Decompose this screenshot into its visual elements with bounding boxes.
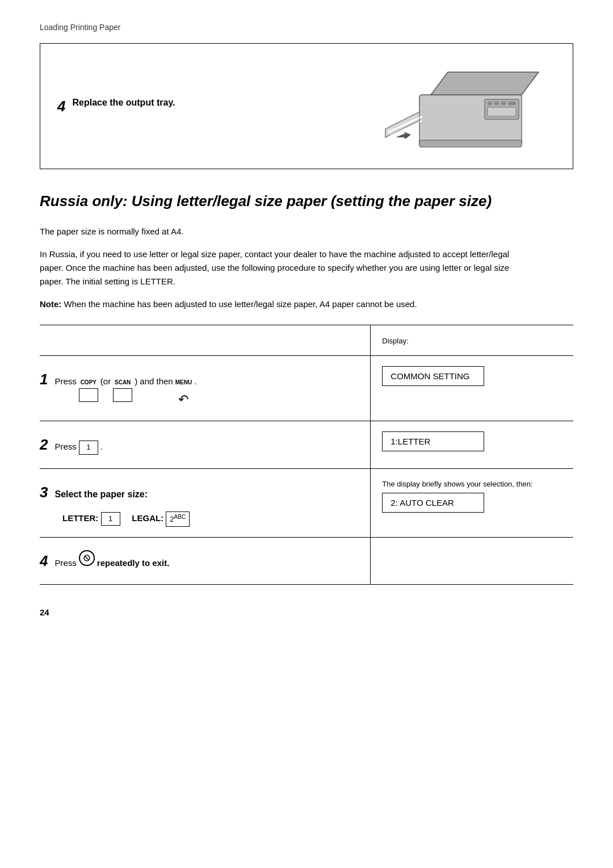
proc-header-right: Display:	[371, 325, 573, 355]
proc-step3-right: The display briefly shows your selection…	[371, 469, 573, 537]
para2: In Russia, if you need to use letter or …	[40, 248, 522, 288]
main-heading: Russia only: Using letter/legal size pap…	[40, 192, 573, 211]
stop-icon	[79, 550, 95, 566]
letter-key: 1	[101, 512, 120, 526]
display-label: Display:	[382, 337, 408, 345]
note-content: When the machine has been adjusted to us…	[61, 299, 417, 309]
step2-key: 1	[79, 441, 98, 454]
legal-key: 2ABC	[166, 511, 190, 527]
step2-number: 2	[40, 431, 48, 458]
step4-left: 4 Replace the output tray.	[57, 98, 175, 115]
proc-step3-row: 3 Select the paper size: LETTER: 1 LEGAL…	[40, 469, 573, 537]
copy-key	[79, 388, 98, 402]
svg-rect-4	[501, 102, 506, 105]
step3-sub: LETTER: 1 LEGAL: 2ABC	[40, 511, 359, 527]
proc-step4-left: 4 Press repeatedly to exit.	[40, 537, 371, 585]
page-number: 24	[40, 607, 573, 617]
step4b-extra: repeatedly to exit.	[97, 555, 170, 571]
step4-top-box: 4 Replace the output tray.	[40, 43, 573, 169]
step4-number: 4	[57, 98, 65, 115]
step1-or: (or	[100, 374, 111, 389]
scan-key	[113, 388, 132, 402]
header-title: Loading Printing Paper	[40, 23, 573, 32]
legal-key-sup: ABC	[174, 514, 186, 520]
letter-label: LETTER:	[62, 513, 98, 523]
proc-step2-row: 2 Press 1 . 1:LETTER	[40, 421, 573, 469]
step2-period: .	[100, 439, 103, 454]
proc-step2-right: 1:LETTER	[371, 421, 573, 469]
step4-text: Replace the output tray.	[72, 98, 175, 108]
scan-key-wrapper: SCAN	[113, 378, 132, 402]
step2-press: Press	[54, 439, 76, 454]
proc-step1-row: 1 Press COPY (or SCAN ) and then MENU ↶ …	[40, 355, 573, 421]
step3-bold-label: Select the paper size:	[54, 487, 148, 503]
menu-label: MENU	[175, 378, 192, 388]
svg-rect-3	[494, 102, 499, 105]
step2-display: 1:LETTER	[382, 431, 484, 451]
printer-illustration	[374, 55, 556, 157]
svg-line-11	[85, 556, 89, 560]
svg-rect-2	[488, 102, 492, 105]
menu-key-wrapper: MENU ↶	[175, 378, 192, 411]
svg-rect-7	[419, 140, 522, 147]
step4b-press: Press	[54, 555, 76, 571]
svg-rect-6	[488, 107, 516, 116]
step3-number: 3	[40, 479, 48, 506]
proc-step4-right	[371, 537, 573, 585]
step1-and-then: ) and then	[135, 374, 173, 389]
proc-step1-left: 1 Press COPY (or SCAN ) and then MENU ↶ …	[40, 355, 371, 421]
step1-number: 1	[40, 366, 48, 393]
procedure-table: Display: 1 Press COPY (or SCAN ) and the…	[40, 325, 573, 585]
scan-label: SCAN	[115, 378, 131, 388]
procedure-header-row: Display:	[40, 325, 573, 355]
step4b-number: 4	[40, 548, 48, 575]
step1-display: COMMON SETTING	[382, 366, 484, 386]
menu-arrow-icon: ↶	[178, 388, 188, 411]
proc-step2-left: 2 Press 1 .	[40, 421, 371, 469]
step1-period: .	[194, 374, 196, 389]
step1-press-label: Press	[54, 374, 76, 389]
page-header: Loading Printing Paper	[40, 23, 573, 32]
copy-label: COPY	[81, 378, 96, 388]
proc-step3-left: 3 Select the paper size: LETTER: 1 LEGAL…	[40, 469, 371, 537]
proc-step4-row: 4 Press repeatedly to exit.	[40, 537, 573, 585]
step3-display-note: The display briefly shows your selection…	[382, 479, 573, 489]
step3-display: 2: AUTO CLEAR	[382, 493, 484, 513]
note-label: Note:	[40, 299, 61, 309]
proc-step1-right: COMMON SETTING	[371, 355, 573, 421]
para1: The paper size is normally fixed at A4.	[40, 225, 522, 238]
proc-header-left	[40, 325, 371, 355]
svg-rect-5	[508, 102, 516, 105]
legal-label: LEGAL:	[132, 513, 163, 523]
stop-icon-svg	[82, 553, 91, 563]
copy-key-wrapper: COPY	[79, 378, 98, 402]
note: Note: When the machine has been adjusted…	[40, 297, 522, 311]
